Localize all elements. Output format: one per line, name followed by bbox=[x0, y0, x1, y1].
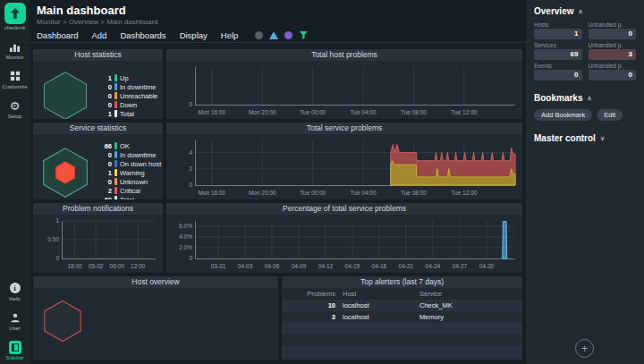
legend-row[interactable]: 69Total bbox=[97, 196, 163, 200]
add-snapin-button[interactable]: + bbox=[575, 339, 594, 358]
notifications-chart[interactable]: 18:0005-0206:0012:0000.501 bbox=[33, 215, 163, 273]
legend-row[interactable]: 0In downtime bbox=[97, 151, 163, 159]
legend-row[interactable]: 1Total bbox=[97, 110, 163, 118]
sidebar-toggle[interactable]: Sidebar bbox=[5, 341, 24, 360]
checkmk-logo-icon bbox=[8, 6, 22, 21]
panel-title: Total service problems bbox=[166, 123, 522, 134]
table-row-empty bbox=[282, 334, 522, 346]
table-header: Problems Host Service bbox=[282, 288, 522, 300]
filter-icon[interactable] bbox=[299, 31, 308, 39]
warning-triangle-icon[interactable] bbox=[269, 31, 278, 39]
main-area: Main dashboard Monitor > Overview > Main… bbox=[30, 0, 526, 364]
legend-row[interactable]: 1Up bbox=[97, 74, 163, 82]
legend-row[interactable]: 0Unreachable bbox=[97, 92, 163, 100]
panel-title: Service statistics bbox=[33, 123, 163, 134]
legend-row[interactable]: 1Warning bbox=[97, 169, 163, 177]
purple-badge-icon[interactable] bbox=[284, 31, 292, 39]
legend-row[interactable]: 0Unknown bbox=[97, 178, 163, 186]
sidebar-item-label: Help bbox=[9, 296, 20, 301]
legend-row[interactable]: 0Down bbox=[97, 101, 163, 109]
sidebar-item-monitor[interactable]: Monitor bbox=[5, 40, 23, 60]
panel-host-statistics: Host statistics 1Up 0In downtime 0Unreac… bbox=[33, 49, 163, 119]
chevron-up-icon: ∧ bbox=[587, 95, 591, 102]
checkmk-logo[interactable] bbox=[4, 3, 26, 24]
top-alerters-table: Problems Host Service 10 localhost Check… bbox=[282, 288, 522, 360]
snapin-title: Master control bbox=[534, 133, 596, 143]
panel-service-problems-percentage: Percentage of total service problems 03-… bbox=[166, 203, 522, 273]
snapin-overview-header[interactable]: Overview ∧ bbox=[534, 6, 636, 16]
panel-top-alerters: Top alerters (last 7 days) Problems Host… bbox=[282, 276, 522, 360]
panel-host-overview: Host overview bbox=[33, 276, 278, 360]
panel-title: Top alerters (last 7 days) bbox=[282, 276, 522, 288]
sidebar-item-user[interactable]: User bbox=[9, 311, 21, 331]
dashboard: Host statistics 1Up 0In downtime 0Unreac… bbox=[30, 39, 526, 364]
hosts-count[interactable]: 1 bbox=[534, 29, 582, 39]
panel-problem-notifications: Problem notifications 18:0005-0206:0012:… bbox=[33, 203, 163, 273]
page-title: Main dashboard bbox=[37, 4, 526, 17]
page-header: Main dashboard Monitor > Overview > Main… bbox=[30, 0, 526, 26]
snapin-title: Bookmarks bbox=[534, 93, 582, 103]
host-overview-hexagon[interactable] bbox=[41, 297, 84, 345]
unhandled-events-count[interactable]: 0 bbox=[589, 70, 637, 80]
service-percentage-chart[interactable]: 03-3104-0304-0604-0904-1204-1504-1804-21… bbox=[166, 215, 522, 273]
table-row[interactable]: 3 localhost Memory bbox=[282, 311, 522, 323]
host-problems-chart[interactable]: Mon 16:00Mon 20:00Tue 00:00Tue 04:00Tue … bbox=[166, 61, 522, 119]
field-label: Hosts bbox=[534, 21, 582, 28]
sidebar-item-customize[interactable]: Customize bbox=[2, 70, 27, 89]
legend-row[interactable]: 2Critical bbox=[97, 187, 163, 195]
right-sidebar: Overview ∧ Hosts 1 Unhandled p. 0 Servic… bbox=[526, 0, 644, 364]
menu-display[interactable]: Display bbox=[180, 30, 208, 40]
panel-title: Total host problems bbox=[166, 49, 522, 61]
info-icon: i bbox=[9, 282, 21, 294]
unhandled-host-problems-count[interactable]: 0 bbox=[589, 29, 637, 39]
legend-row[interactable]: 66OK bbox=[97, 142, 163, 150]
sidebar-item-label: User bbox=[9, 326, 21, 331]
add-bookmark-button[interactable]: Add Bookmark bbox=[534, 109, 592, 121]
logo-label: checkmk bbox=[4, 25, 26, 30]
service-problems-chart[interactable]: Mon 16:00Mon 20:00Tue 00:00Tue 04:00Tue … bbox=[166, 134, 522, 199]
field-label: Unhandled p. bbox=[589, 21, 637, 28]
sidebar-item-label: Monitor bbox=[5, 55, 23, 60]
edit-bookmarks-button[interactable]: Edit bbox=[597, 109, 623, 121]
sidebar-item-label: Customize bbox=[2, 84, 27, 89]
snapin-master-control-header[interactable]: Master control ∨ bbox=[534, 133, 636, 143]
table-row[interactable]: 10 localhost Check_MK bbox=[282, 300, 522, 311]
table-row-empty bbox=[282, 323, 522, 334]
chevron-up-icon: ∧ bbox=[578, 8, 582, 15]
table-row-empty bbox=[282, 358, 522, 360]
sidebar-item-label: Setup bbox=[8, 114, 22, 119]
field-label: Services bbox=[534, 42, 582, 48]
breadcrumb: Monitor > Overview > Main dashboard bbox=[37, 18, 526, 26]
panel-service-statistics: Service statistics 66OK 0In downtime 0On… bbox=[33, 123, 163, 199]
sidebar-item-help[interactable]: i Help bbox=[9, 282, 21, 301]
menu-dashboard[interactable]: Dashboard bbox=[37, 30, 78, 40]
sidebar-item-setup[interactable]: ⚙ Setup bbox=[8, 99, 22, 119]
menu-add[interactable]: Add bbox=[91, 30, 106, 40]
events-count[interactable]: 0 bbox=[534, 70, 582, 80]
host-statistics-legend: 1Up 0In downtime 0Unreachable 0Down 1Tot… bbox=[97, 74, 163, 118]
snapin-bookmarks-header[interactable]: Bookmarks ∧ bbox=[534, 93, 636, 103]
sidebar-item-label: Sidebar bbox=[5, 355, 24, 360]
table-row-empty bbox=[282, 346, 522, 358]
service-statistics-legend: 66OK 0In downtime 0On down host 1Warning… bbox=[97, 142, 163, 200]
field-label: Unhandled p. bbox=[589, 63, 637, 69]
snapin-title: Overview bbox=[534, 6, 573, 16]
menu-help[interactable]: Help bbox=[221, 30, 239, 40]
panel-title: Host statistics bbox=[33, 49, 163, 61]
field-label: Events bbox=[534, 63, 582, 69]
user-icon bbox=[9, 311, 21, 324]
unhandled-service-problems-count[interactable]: 3 bbox=[589, 49, 637, 60]
left-sidebar: checkmk Monitor Customize ⚙ Setup i Help… bbox=[0, 0, 30, 364]
field-label: Unhandled p. bbox=[589, 42, 637, 48]
panel-title: Problem notifications bbox=[33, 203, 163, 215]
host-statistics-hexagon[interactable] bbox=[33, 69, 97, 119]
menu-dashboards[interactable]: Dashboards bbox=[120, 30, 165, 40]
chevron-down-icon: ∨ bbox=[600, 135, 605, 142]
bar-chart-icon bbox=[8, 40, 21, 53]
legend-row[interactable]: 0On down host bbox=[97, 160, 163, 168]
services-count[interactable]: 69 bbox=[534, 49, 582, 60]
legend-row[interactable]: 0In downtime bbox=[97, 83, 163, 91]
service-statistics-hexagon[interactable] bbox=[33, 145, 97, 199]
circle-icon[interactable] bbox=[255, 31, 263, 39]
panel-title: Percentage of total service problems bbox=[166, 203, 522, 215]
